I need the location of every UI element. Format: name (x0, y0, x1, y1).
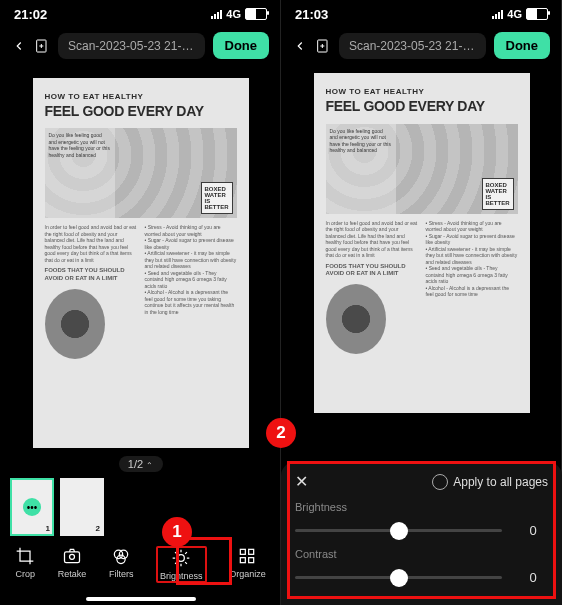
document-preview[interactable]: HOW TO EAT HEALTHY FEEL GOOD EVERY DAY D… (0, 67, 281, 450)
crop-tool[interactable]: Crop (15, 546, 35, 583)
doc-pretitle: HOW TO EAT HEALTHY (326, 87, 518, 97)
thumbnail-1[interactable]: •••1 (10, 478, 54, 536)
phone-right: 21:03 4G Scan-2023-05-23 21-01-17 Done H… (281, 0, 562, 605)
svg-point-4 (120, 550, 128, 558)
retake-tool[interactable]: Retake (58, 546, 87, 583)
doc-hero-image: Do you like feeling good and energetic y… (326, 124, 518, 214)
contrast-slider-row: Contrast 0 (295, 548, 548, 585)
done-button[interactable]: Done (494, 32, 551, 59)
home-indicator[interactable] (86, 597, 196, 601)
doc-title: FEEL GOOD EVERY DAY (326, 97, 518, 115)
filters-tool[interactable]: Filters (109, 546, 134, 583)
svg-point-6 (178, 555, 185, 562)
thumbnail-strip: •••1 2 (0, 478, 281, 536)
add-page-icon[interactable] (34, 38, 50, 54)
apply-all-label: Apply to all pages (453, 475, 548, 489)
page-indicator[interactable]: 1/2 ⌃ (119, 456, 163, 472)
close-icon[interactable]: ✕ (295, 472, 308, 491)
signal-icon (492, 10, 503, 19)
brightness-slider-row: Brightness 0 (295, 501, 548, 538)
svg-rect-1 (65, 552, 80, 563)
brightness-slider[interactable] (295, 529, 502, 532)
apply-all-toggle[interactable]: Apply to all pages (432, 474, 548, 490)
organize-tool[interactable]: Organize (229, 546, 266, 583)
filename-field[interactable]: Scan-2023-05-23 21-01-17 (339, 33, 486, 59)
svg-point-2 (70, 554, 75, 559)
add-page-icon[interactable] (315, 38, 331, 54)
doc-title: FEEL GOOD EVERY DAY (45, 102, 237, 120)
bottom-toolbar: Crop Retake Filters Brightness Organize (0, 536, 281, 597)
top-bar: Scan-2023-05-23 21-01-17 Done (0, 24, 281, 67)
radio-icon (432, 474, 448, 490)
doc-subhead: FOODS THAT YOU SHOULD AVOID OR EAT IN A … (45, 267, 137, 283)
svg-point-5 (117, 555, 125, 563)
status-time: 21:02 (14, 7, 47, 22)
network-label: 4G (507, 8, 522, 20)
svg-rect-9 (241, 558, 246, 563)
filename-field[interactable]: Scan-2023-05-23 21-01-17 (58, 33, 205, 59)
top-bar: Scan-2023-05-23 21-01-17 Done (281, 24, 562, 67)
doc-badge: BOXED WATER IS BETTER (482, 178, 514, 210)
back-icon[interactable] (293, 39, 307, 53)
status-time: 21:03 (295, 7, 328, 22)
svg-rect-10 (249, 558, 254, 563)
brightness-panel: ✕ Apply to all pages Brightness 0 Contra… (281, 462, 562, 605)
brightness-value: 0 (518, 523, 548, 538)
doc-pretitle: HOW TO EAT HEALTHY (45, 92, 237, 102)
marker-2: 2 (266, 418, 296, 448)
doc-badge: BOXED WATER IS BETTER (201, 182, 233, 214)
status-bar: 21:03 4G (281, 0, 562, 24)
battery-icon (526, 8, 548, 20)
brightness-tool[interactable]: Brightness (156, 546, 207, 583)
doc-hero-image: Do you like feeling good and energetic y… (45, 128, 237, 218)
svg-rect-8 (249, 549, 254, 554)
svg-rect-7 (241, 549, 246, 554)
signal-icon (211, 10, 222, 19)
marker-1: 1 (162, 517, 192, 547)
brightness-label: Brightness (295, 501, 548, 513)
phone-left: 21:02 4G Scan-2023-05-23 21-01-17 Done H… (0, 0, 281, 605)
network-label: 4G (226, 8, 241, 20)
status-bar: 21:02 4G (0, 0, 281, 24)
doc-subhead: FOODS THAT YOU SHOULD AVOID OR EAT IN A … (326, 263, 418, 279)
contrast-value: 0 (518, 570, 548, 585)
contrast-slider[interactable] (295, 576, 502, 579)
thumbnail-2[interactable]: 2 (60, 478, 104, 536)
back-icon[interactable] (12, 39, 26, 53)
done-button[interactable]: Done (213, 32, 270, 59)
contrast-label: Contrast (295, 548, 548, 560)
battery-icon (245, 8, 267, 20)
